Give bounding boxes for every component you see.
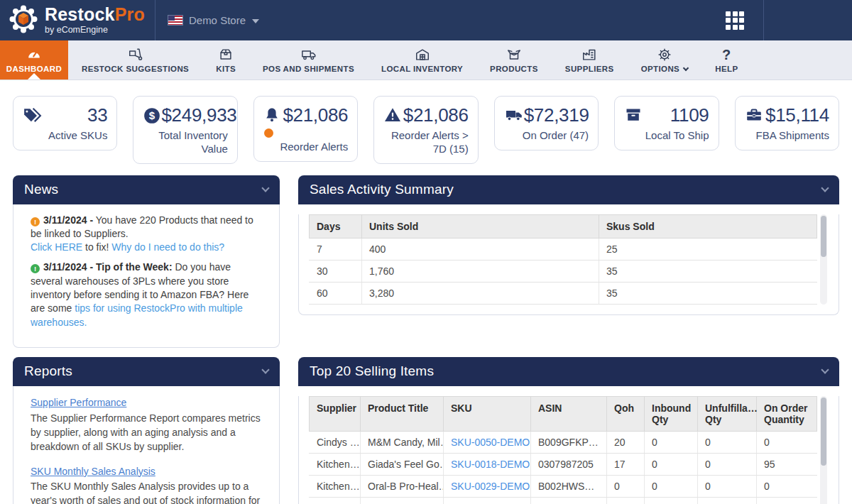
stat-value: $72,319 bbox=[524, 104, 589, 126]
chevron-down-icon[interactable] bbox=[821, 184, 829, 192]
nav-item-help[interactable]: ? HELP bbox=[701, 40, 751, 80]
stat-card-reorder-alerts[interactable]: $21,086 Reorder Alerts bbox=[253, 96, 358, 162]
scrollbar-thumb[interactable] bbox=[821, 398, 826, 466]
column-header[interactable]: Units Sold bbox=[362, 214, 599, 238]
chevron-down-icon[interactable] bbox=[261, 366, 269, 373]
nav-item-label: SUPPLIERS bbox=[565, 65, 614, 73]
truck-icon bbox=[300, 47, 317, 62]
stat-card-on-order[interactable]: $72,319 On Order (47) bbox=[494, 96, 599, 150]
sales-summary-panel: Sales Activity Summary Days Units Sold S… bbox=[298, 175, 839, 315]
stat-label: Reorder Alerts > 7D (15) bbox=[383, 129, 468, 156]
store-selector[interactable]: Demo Store bbox=[155, 14, 272, 26]
scrollbar-track[interactable] bbox=[820, 214, 827, 305]
report-item: Supplier Performance The Supplier Perfor… bbox=[31, 396, 262, 454]
panel-title: Top 20 Selling Items bbox=[310, 363, 434, 379]
report-item: SKU Monthly Sales Analysis The SKU Month… bbox=[31, 465, 262, 504]
hand-truck-icon bbox=[127, 47, 144, 62]
gear-icon bbox=[656, 47, 673, 62]
table-row: 7 400 25 bbox=[310, 238, 817, 260]
scrollbar-track[interactable] bbox=[820, 396, 827, 504]
sales-summary-header[interactable]: Sales Activity Summary bbox=[298, 175, 839, 204]
nav-item-options[interactable]: OPTIONS bbox=[628, 40, 702, 80]
stat-label: Reorder Alerts bbox=[263, 141, 348, 154]
apps-grid-icon[interactable] bbox=[726, 11, 744, 30]
nav-item-dashboard[interactable]: DASHBOARD bbox=[0, 40, 68, 80]
nav-item-kits[interactable]: KITS bbox=[202, 40, 249, 80]
sku-link[interactable]: SKU-0050-DEMO bbox=[451, 437, 530, 448]
news-item: !3/11/2024 - You have 220 Products that … bbox=[31, 214, 262, 255]
report-description: The SKU Monthly Sales Analysis provides … bbox=[31, 480, 262, 504]
stat-card-active-skus[interactable]: 33 Active SKUs bbox=[13, 96, 117, 150]
table-row: Kitchen… Giada's Feel Go… SKU-0018-DEMO … bbox=[310, 454, 817, 476]
stat-card-reorder-alerts-7d[interactable]: $21,086 Reorder Alerts > 7D (15) bbox=[373, 96, 478, 164]
stat-label: On Order (47) bbox=[504, 129, 589, 143]
column-header[interactable]: SKU bbox=[444, 397, 531, 432]
news-panel: News !3/11/2024 - You have 220 Products … bbox=[13, 175, 280, 349]
nav-item-label: KITS bbox=[216, 65, 236, 73]
stat-label: Local To Ship bbox=[624, 129, 709, 143]
sku-link[interactable]: SKU-0029-DEMO bbox=[451, 481, 530, 492]
column-header[interactable]: On Order Quantity bbox=[757, 397, 817, 432]
nav-item-label: RESTOCK SUGGESTIONS bbox=[82, 65, 189, 73]
top20-panel-body: Supplier Product Title SKU ASIN Qoh Inbo… bbox=[298, 396, 839, 504]
stat-label: Active SKUs bbox=[23, 129, 107, 143]
brand-logo[interactable]: RestockPro by eComEngine bbox=[0, 0, 155, 40]
sku-monthly-sales-link[interactable]: SKU Monthly Sales Analysis bbox=[31, 465, 155, 479]
delivery-truck-icon bbox=[504, 104, 524, 124]
warning-triangle-icon bbox=[383, 104, 402, 124]
chevron-down-icon[interactable] bbox=[261, 184, 269, 192]
chevron-down-icon[interactable] bbox=[821, 366, 829, 373]
stat-value: $15,114 bbox=[765, 104, 829, 126]
nav-item-restock-suggestions[interactable]: RESTOCK SUGGESTIONS bbox=[68, 40, 202, 80]
stat-card-local-to-ship[interactable]: 1109 Local To Ship bbox=[614, 96, 719, 150]
click-here-link[interactable]: Click HERE bbox=[31, 241, 82, 253]
caret-down-icon bbox=[252, 19, 259, 23]
dollar-circle-icon: $ bbox=[143, 104, 161, 125]
stat-label: FBA Shipments bbox=[745, 129, 829, 143]
gauge-icon bbox=[26, 47, 43, 62]
column-header[interactable]: Unfulfilla… Qty bbox=[698, 397, 757, 432]
nav-item-label: PRODUCTS bbox=[490, 65, 538, 73]
nav-item-label: OPTIONS bbox=[641, 65, 680, 73]
table-row: Kitchen… Oral-B Pro-Heal… SKU-0029-DEMO … bbox=[310, 476, 817, 498]
sku-link[interactable]: SKU-0018-DEMO bbox=[451, 459, 530, 470]
column-header[interactable]: Qoh bbox=[607, 397, 645, 432]
stat-card-total-inventory-value[interactable]: $ $249,933 Total Inventory Value bbox=[133, 96, 237, 164]
column-header[interactable]: Inbound Qty bbox=[645, 397, 698, 432]
top20-table: Supplier Product Title SKU ASIN Qoh Inbo… bbox=[309, 396, 817, 504]
reports-panel-header[interactable]: Reports bbox=[13, 357, 280, 386]
open-box-icon bbox=[506, 47, 523, 62]
tip-circle-icon: ! bbox=[31, 264, 40, 273]
svg-text:$: $ bbox=[149, 109, 155, 121]
nav-item-local-inventory[interactable]: LOCAL INVENTORY bbox=[368, 40, 476, 80]
stat-value: 1109 bbox=[670, 104, 709, 126]
nav-item-pos-and-shipments[interactable]: POS AND SHIPMENTS bbox=[249, 40, 368, 80]
stat-cards-row: 33 Active SKUs $ $249,933 Total Inventor… bbox=[13, 96, 839, 164]
warehouse-icon bbox=[414, 47, 431, 62]
news-panel-header[interactable]: News bbox=[13, 175, 280, 204]
brand-tagline: by eComEngine bbox=[45, 26, 145, 35]
stat-value: $21,086 bbox=[283, 104, 348, 126]
sales-summary-body: Days Units Sold Skus Sold 7 400 25 30 bbox=[298, 214, 839, 315]
dashboard-panels: News !3/11/2024 - You have 220 Products … bbox=[0, 175, 852, 504]
column-header[interactable]: Supplier bbox=[310, 397, 361, 432]
stat-label: Total Inventory Value bbox=[143, 129, 227, 156]
why-link[interactable]: Why do I need to do this? bbox=[111, 241, 224, 253]
stat-card-fba-shipments[interactable]: $15,114 FBA Shipments bbox=[735, 96, 839, 150]
scrollbar-thumb[interactable] bbox=[821, 216, 826, 257]
bell-icon bbox=[263, 106, 280, 126]
reports-panel-body: Supplier Performance The Supplier Perfor… bbox=[13, 386, 280, 504]
column-header[interactable]: Days bbox=[310, 214, 362, 238]
column-header[interactable]: Skus Sold bbox=[599, 214, 817, 238]
stat-value: $249,933 bbox=[161, 104, 236, 126]
news-item: !3/11/2024 - Tip of the Week: Do you hav… bbox=[31, 261, 262, 329]
nav-item-suppliers[interactable]: SUPPLIERS bbox=[552, 40, 628, 80]
top20-panel-header[interactable]: Top 20 Selling Items bbox=[298, 357, 839, 386]
column-header[interactable]: Product Title bbox=[361, 397, 444, 432]
panel-title: Sales Activity Summary bbox=[310, 182, 454, 197]
us-flag-icon bbox=[168, 16, 182, 25]
column-header[interactable]: ASIN bbox=[531, 397, 607, 432]
supplier-performance-link[interactable]: Supplier Performance bbox=[31, 396, 126, 410]
nav-item-products[interactable]: PRODUCTS bbox=[476, 40, 552, 80]
nav-item-label: HELP bbox=[715, 65, 738, 73]
